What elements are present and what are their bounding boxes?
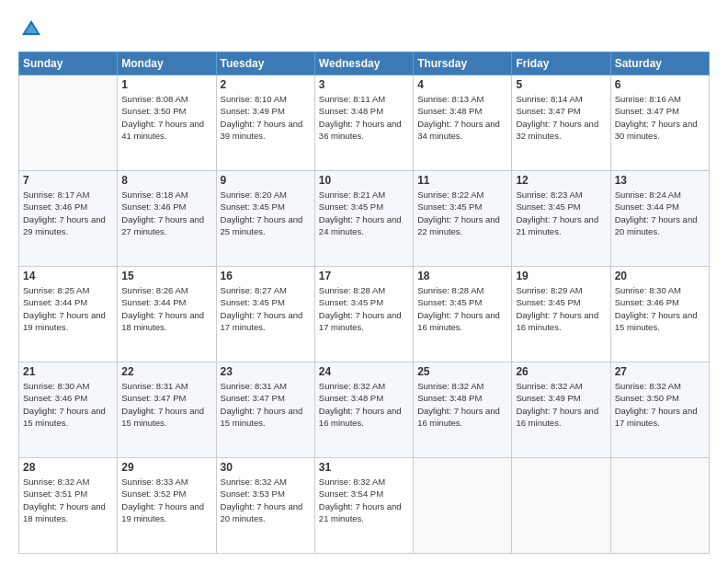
day-number: 7 bbox=[23, 174, 113, 187]
day-info: Sunrise: 8:31 AMSunset: 3:47 PMDaylight:… bbox=[121, 380, 211, 429]
calendar-cell: 13Sunrise: 8:24 AMSunset: 3:44 PMDayligh… bbox=[610, 171, 709, 267]
day-number: 12 bbox=[516, 174, 606, 187]
calendar-cell: 16Sunrise: 8:27 AMSunset: 3:45 PMDayligh… bbox=[216, 267, 314, 362]
day-number: 3 bbox=[319, 78, 409, 91]
day-number: 5 bbox=[516, 78, 606, 91]
day-info: Sunrise: 8:32 AMSunset: 3:51 PMDaylight:… bbox=[23, 476, 113, 524]
day-info: Sunrise: 8:31 AMSunset: 3:47 PMDaylight:… bbox=[221, 380, 311, 429]
day-number: 17 bbox=[319, 270, 409, 282]
day-number: 27 bbox=[615, 365, 705, 378]
day-info: Sunrise: 8:25 AMSunset: 3:44 PMDaylight:… bbox=[23, 284, 113, 333]
day-info: Sunrise: 8:30 AMSunset: 3:46 PMDaylight:… bbox=[615, 284, 705, 333]
page: SundayMondayTuesdayWednesdayThursdayFrid… bbox=[0, 0, 728, 563]
day-number: 8 bbox=[121, 174, 211, 187]
day-info: Sunrise: 8:24 AMSunset: 3:44 PMDaylight:… bbox=[615, 189, 705, 237]
calendar-cell: 11Sunrise: 8:22 AMSunset: 3:45 PMDayligh… bbox=[414, 171, 512, 267]
calendar-cell: 25Sunrise: 8:32 AMSunset: 3:48 PMDayligh… bbox=[414, 362, 512, 458]
calendar-cell bbox=[414, 458, 512, 554]
day-number: 15 bbox=[121, 270, 211, 282]
day-number: 31 bbox=[319, 461, 409, 474]
calendar-cell bbox=[512, 458, 610, 554]
day-info: Sunrise: 8:13 AMSunset: 3:48 PMDaylight:… bbox=[417, 93, 507, 142]
day-info: Sunrise: 8:20 AMSunset: 3:45 PMDaylight:… bbox=[221, 189, 311, 237]
day-number: 28 bbox=[23, 461, 113, 474]
day-info: Sunrise: 8:18 AMSunset: 3:46 PMDaylight:… bbox=[121, 189, 211, 237]
day-info: Sunrise: 8:29 AMSunset: 3:45 PMDaylight:… bbox=[516, 284, 606, 333]
calendar-cell: 23Sunrise: 8:31 AMSunset: 3:47 PMDayligh… bbox=[216, 362, 314, 458]
calendar-cell: 30Sunrise: 8:32 AMSunset: 3:53 PMDayligh… bbox=[216, 458, 314, 554]
calendar-week-row: 7Sunrise: 8:17 AMSunset: 3:46 PMDaylight… bbox=[19, 171, 710, 267]
day-number: 19 bbox=[516, 270, 606, 282]
day-info: Sunrise: 8:08 AMSunset: 3:50 PMDaylight:… bbox=[121, 93, 211, 142]
day-info: Sunrise: 8:23 AMSunset: 3:45 PMDaylight:… bbox=[516, 189, 606, 237]
day-number: 29 bbox=[121, 461, 211, 474]
logo-icon bbox=[18, 17, 44, 42]
day-number: 1 bbox=[121, 78, 211, 91]
day-info: Sunrise: 8:28 AMSunset: 3:45 PMDaylight:… bbox=[319, 284, 409, 333]
day-number: 23 bbox=[221, 365, 311, 378]
day-number: 9 bbox=[221, 174, 311, 187]
day-number: 21 bbox=[23, 365, 113, 378]
calendar-cell: 15Sunrise: 8:26 AMSunset: 3:44 PMDayligh… bbox=[118, 267, 216, 362]
day-number: 22 bbox=[121, 365, 211, 378]
calendar-cell bbox=[610, 458, 709, 554]
calendar-cell: 17Sunrise: 8:28 AMSunset: 3:45 PMDayligh… bbox=[314, 267, 413, 362]
weekday-header: Wednesday bbox=[314, 52, 413, 75]
day-number: 6 bbox=[615, 78, 705, 91]
calendar-cell: 31Sunrise: 8:32 AMSunset: 3:54 PMDayligh… bbox=[314, 458, 413, 554]
calendar-cell: 1Sunrise: 8:08 AMSunset: 3:50 PMDaylight… bbox=[118, 75, 216, 171]
day-number: 10 bbox=[319, 174, 409, 187]
calendar-cell: 8Sunrise: 8:18 AMSunset: 3:46 PMDaylight… bbox=[118, 171, 216, 267]
day-info: Sunrise: 8:21 AMSunset: 3:45 PMDaylight:… bbox=[319, 189, 409, 237]
day-info: Sunrise: 8:28 AMSunset: 3:45 PMDaylight:… bbox=[417, 284, 507, 333]
calendar-cell bbox=[19, 75, 118, 171]
day-info: Sunrise: 8:16 AMSunset: 3:47 PMDaylight:… bbox=[615, 93, 705, 142]
calendar-cell: 3Sunrise: 8:11 AMSunset: 3:48 PMDaylight… bbox=[314, 75, 413, 171]
day-info: Sunrise: 8:14 AMSunset: 3:47 PMDaylight:… bbox=[516, 93, 606, 142]
day-info: Sunrise: 8:32 AMSunset: 3:50 PMDaylight:… bbox=[615, 380, 705, 429]
day-number: 11 bbox=[417, 174, 507, 187]
calendar-cell: 14Sunrise: 8:25 AMSunset: 3:44 PMDayligh… bbox=[19, 267, 118, 362]
calendar-cell: 29Sunrise: 8:33 AMSunset: 3:52 PMDayligh… bbox=[118, 458, 216, 554]
calendar-cell: 9Sunrise: 8:20 AMSunset: 3:45 PMDaylight… bbox=[216, 171, 314, 267]
day-info: Sunrise: 8:32 AMSunset: 3:53 PMDaylight:… bbox=[221, 476, 311, 524]
calendar-week-row: 1Sunrise: 8:08 AMSunset: 3:50 PMDaylight… bbox=[19, 75, 710, 171]
day-info: Sunrise: 8:32 AMSunset: 3:49 PMDaylight:… bbox=[516, 380, 606, 429]
calendar-week-row: 14Sunrise: 8:25 AMSunset: 3:44 PMDayligh… bbox=[19, 267, 710, 362]
day-number: 25 bbox=[417, 365, 507, 378]
day-number: 13 bbox=[615, 174, 705, 187]
day-number: 24 bbox=[319, 365, 409, 378]
calendar-cell: 24Sunrise: 8:32 AMSunset: 3:48 PMDayligh… bbox=[314, 362, 413, 458]
day-info: Sunrise: 8:10 AMSunset: 3:49 PMDaylight:… bbox=[221, 93, 311, 142]
calendar-cell: 18Sunrise: 8:28 AMSunset: 3:45 PMDayligh… bbox=[414, 267, 512, 362]
day-info: Sunrise: 8:17 AMSunset: 3:46 PMDaylight:… bbox=[23, 189, 113, 237]
calendar-week-row: 21Sunrise: 8:30 AMSunset: 3:46 PMDayligh… bbox=[19, 362, 710, 458]
header bbox=[18, 17, 710, 42]
calendar-table: SundayMondayTuesdayWednesdayThursdayFrid… bbox=[18, 52, 710, 554]
day-number: 18 bbox=[417, 270, 507, 282]
day-info: Sunrise: 8:32 AMSunset: 3:48 PMDaylight:… bbox=[319, 380, 409, 429]
day-info: Sunrise: 8:32 AMSunset: 3:54 PMDaylight:… bbox=[319, 476, 409, 524]
calendar-cell: 26Sunrise: 8:32 AMSunset: 3:49 PMDayligh… bbox=[512, 362, 610, 458]
calendar-cell: 20Sunrise: 8:30 AMSunset: 3:46 PMDayligh… bbox=[610, 267, 709, 362]
day-info: Sunrise: 8:26 AMSunset: 3:44 PMDaylight:… bbox=[121, 284, 211, 333]
calendar-cell: 5Sunrise: 8:14 AMSunset: 3:47 PMDaylight… bbox=[512, 75, 610, 171]
calendar-cell: 21Sunrise: 8:30 AMSunset: 3:46 PMDayligh… bbox=[19, 362, 118, 458]
calendar-cell: 22Sunrise: 8:31 AMSunset: 3:47 PMDayligh… bbox=[118, 362, 216, 458]
day-number: 2 bbox=[221, 78, 311, 91]
header-row: SundayMondayTuesdayWednesdayThursdayFrid… bbox=[19, 52, 710, 75]
day-info: Sunrise: 8:11 AMSunset: 3:48 PMDaylight:… bbox=[319, 93, 409, 142]
calendar-cell: 27Sunrise: 8:32 AMSunset: 3:50 PMDayligh… bbox=[610, 362, 709, 458]
day-number: 14 bbox=[23, 270, 113, 282]
day-info: Sunrise: 8:22 AMSunset: 3:45 PMDaylight:… bbox=[417, 189, 507, 237]
weekday-header: Tuesday bbox=[216, 52, 314, 75]
day-number: 26 bbox=[516, 365, 606, 378]
day-info: Sunrise: 8:27 AMSunset: 3:45 PMDaylight:… bbox=[221, 284, 311, 333]
calendar-cell: 12Sunrise: 8:23 AMSunset: 3:45 PMDayligh… bbox=[512, 171, 610, 267]
calendar-cell: 7Sunrise: 8:17 AMSunset: 3:46 PMDaylight… bbox=[19, 171, 118, 267]
calendar-cell: 10Sunrise: 8:21 AMSunset: 3:45 PMDayligh… bbox=[314, 171, 413, 267]
day-info: Sunrise: 8:30 AMSunset: 3:46 PMDaylight:… bbox=[23, 380, 113, 429]
calendar-cell: 19Sunrise: 8:29 AMSunset: 3:45 PMDayligh… bbox=[512, 267, 610, 362]
day-number: 16 bbox=[221, 270, 311, 282]
weekday-header: Sunday bbox=[19, 52, 118, 75]
